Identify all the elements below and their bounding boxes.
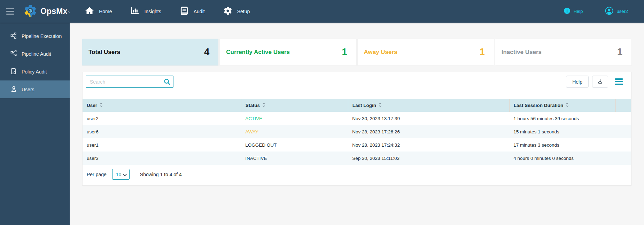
table-footer: Per page 10 Showing 1 to 4 of 4: [83, 165, 631, 185]
cell-duration: 1 hours 56 minutes 39 seconds: [509, 112, 616, 125]
cell-status: LOGGED OUT: [241, 138, 348, 152]
card-value: 1: [480, 47, 485, 57]
column-header-last-session-duration[interactable]: Last Session Duration: [509, 99, 616, 112]
cell-user: user2: [83, 112, 241, 125]
sidebar-item-pipeline-audit[interactable]: Pipeline Audit: [0, 45, 70, 63]
main-content: Total Users 4 Currently Active Users 1 A…: [70, 23, 644, 225]
download-button[interactable]: [592, 76, 608, 88]
sidebar-item-label: Pipeline Audit: [22, 51, 51, 57]
nav-item-insights[interactable]: Insights: [130, 6, 161, 17]
topbar: OpsMx < Home Insights: [0, 0, 644, 23]
sidebar-item-label: Policy Audit: [22, 69, 47, 75]
cell-user: user1: [83, 138, 241, 152]
column-header-empty: [616, 99, 631, 112]
sidebar-item-label: Pipeline Execution: [22, 33, 62, 39]
sort-icon: [262, 102, 265, 108]
brand-name: OpsMx: [40, 7, 68, 16]
sort-icon: [379, 102, 382, 108]
column-header-status[interactable]: Status: [241, 99, 348, 112]
username-label: user2: [616, 9, 628, 14]
card-label: Currently Active Users: [226, 49, 290, 56]
main-nav: Home Insights Au: [85, 6, 250, 17]
card-label: Total Users: [88, 49, 120, 56]
cell-status: ACTIVE: [241, 112, 348, 125]
table-row: user6 AWAY Nov 28, 2023 17:26:26 15 minu…: [83, 125, 631, 138]
card-value: 4: [204, 47, 209, 57]
per-page-select[interactable]: 10: [112, 169, 130, 180]
nav-item-setup[interactable]: Setup: [223, 6, 250, 17]
insights-bar-chart-icon: [130, 6, 140, 17]
cell-duration: 15 minutes 1 seconds: [509, 125, 616, 138]
table-header-row: User Status: [83, 99, 631, 112]
table-options-menu-icon[interactable]: [615, 78, 623, 85]
card-value: 1: [342, 47, 347, 57]
search-input[interactable]: [86, 76, 161, 87]
nav-item-home[interactable]: Home: [85, 6, 112, 17]
help-link[interactable]: Help: [564, 7, 583, 16]
topbar-right: Help user2: [564, 7, 644, 16]
nav-item-label: Setup: [237, 9, 250, 14]
cell-duration: 17 minutes 3 seconds: [509, 138, 616, 152]
download-icon: [597, 78, 604, 86]
search-icon[interactable]: [161, 78, 173, 86]
column-label: User: [87, 103, 97, 108]
column-header-last-login[interactable]: Last Login: [348, 99, 509, 112]
sidebar: Pipeline Execution Pipeline Audit Policy…: [0, 23, 70, 225]
nav-item-label: Home: [99, 9, 112, 14]
cell-last-login: Nov 30, 2023 13:17:39: [348, 112, 509, 125]
table-row: user3 INACTIVE Sep 30, 2023 15:11:03 4 h…: [83, 152, 631, 165]
users-icon: [10, 86, 17, 93]
cell-status: AWAY: [241, 125, 348, 138]
card-currently-active-users[interactable]: Currently Active Users 1: [220, 39, 356, 65]
column-label: Status: [246, 103, 260, 108]
sidebar-item-users[interactable]: Users: [0, 80, 70, 98]
cell-last-login: Nov 28, 2023 17:26:26: [348, 125, 509, 138]
cell-user: user6: [83, 125, 241, 138]
cell-last-login: Nov 28, 2023 17:24:32: [348, 138, 509, 152]
sidebar-item-label: Users: [22, 87, 34, 92]
user-menu[interactable]: user2: [605, 7, 628, 16]
sort-icon: [100, 102, 103, 108]
toolbar-right: Help: [566, 76, 628, 88]
card-label: Inactive Users: [502, 49, 542, 56]
table-row: user2 ACTIVE Nov 30, 2023 13:17:39 1 hou…: [83, 112, 631, 125]
cell-last-login: Sep 30, 2023 15:11:03: [348, 152, 509, 165]
table-toolbar: Help: [83, 76, 631, 88]
sidebar-item-policy-audit[interactable]: Policy Audit: [0, 63, 70, 80]
user-avatar-icon: [605, 7, 613, 16]
cell-user: user3: [83, 152, 241, 165]
nav-item-audit[interactable]: Audit: [179, 6, 205, 17]
sort-icon: [566, 102, 569, 108]
pipeline-audit-icon: [10, 50, 17, 58]
opsmx-gear-logo-icon: [23, 3, 38, 20]
card-value: 1: [617, 47, 622, 57]
sidebar-item-pipeline-execution[interactable]: Pipeline Execution: [0, 27, 70, 45]
chevron-down-icon: [123, 171, 127, 178]
column-header-user[interactable]: User: [83, 99, 241, 112]
search-box: [86, 76, 173, 88]
pipeline-execution-icon: [10, 32, 17, 40]
users-table: User Status: [83, 99, 631, 165]
brand-mark: <: [68, 9, 70, 14]
help-label: Help: [574, 9, 583, 14]
card-inactive-users[interactable]: Inactive Users 1: [495, 39, 631, 65]
column-label: Last Login: [352, 103, 376, 108]
card-label: Away Users: [364, 49, 397, 56]
help-button[interactable]: Help: [566, 76, 589, 88]
card-total-users[interactable]: Total Users 4: [82, 39, 218, 65]
cell-duration: 4 hours 0 minutes 0 seconds: [509, 152, 616, 165]
nav-item-label: Insights: [144, 9, 161, 14]
audit-book-icon: [179, 6, 189, 17]
user-stat-cards: Total Users 4 Currently Active Users 1 A…: [82, 39, 631, 65]
card-away-users[interactable]: Away Users 1: [358, 39, 494, 65]
policy-audit-icon: [10, 68, 17, 76]
home-icon: [85, 6, 94, 17]
column-label: Last Session Duration: [514, 103, 564, 108]
info-icon: [564, 7, 571, 16]
per-page-value: 10: [116, 172, 122, 177]
table-row: user1 LOGGED OUT Nov 28, 2023 17:24:32 1…: [83, 138, 631, 152]
brand-logo[interactable]: OpsMx <: [23, 3, 70, 20]
cell-status: INACTIVE: [241, 152, 348, 165]
per-page-label: Per page: [87, 172, 107, 177]
sidebar-toggle-button[interactable]: [6, 8, 15, 15]
